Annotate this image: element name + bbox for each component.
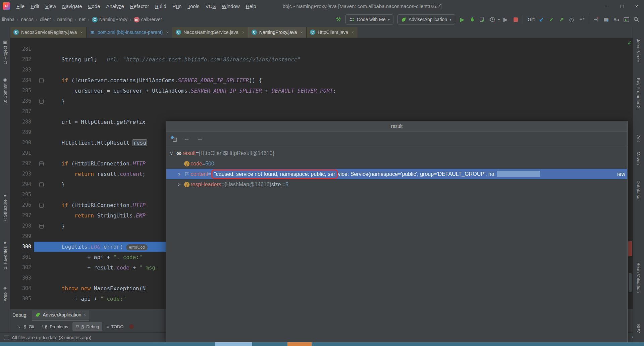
gutter-fold-column[interactable] [34,44,49,54]
menu-refactor[interactable]: Refactor [127,2,152,10]
toolwindow-tab-problems[interactable]: !6: Problems [39,322,71,331]
gutter-fold-column[interactable] [34,200,49,210]
gutter-fold-column[interactable] [34,179,49,190]
menu-help[interactable]: Help [243,2,259,10]
breadcrumb-item-nacos[interactable]: nacos [20,16,34,23]
sidebar-item-maven[interactable]: Maven [633,152,644,165]
code-with-me-dropdown[interactable]: Code with Me ▾ [345,14,393,24]
view-options-icon[interactable] [171,136,177,142]
breadcrumb-item-net[interactable]: net [78,16,86,23]
maximize-button[interactable]: □ [614,0,629,12]
line-number[interactable]: 302 [10,262,34,273]
line-number[interactable]: 291 [10,148,34,158]
gutter-fold-column[interactable] [34,221,49,231]
tab-pom-xml[interactable]: mpom.xml (bbj-insurance-parent)× [87,27,172,38]
line-number[interactable]: 303 [10,273,34,283]
line-number[interactable]: 296 [10,200,34,210]
line-number[interactable]: 282 [10,54,34,65]
tab-httpclient-java[interactable]: CHttpClient.java× [307,27,358,38]
breadcrumb-item-namingproxy[interactable]: CNamingProxy [91,16,128,23]
line-number[interactable]: 292 [10,158,34,169]
sidebar-item-bpv[interactable]: BPV [633,324,644,333]
run-with-coverage-button[interactable] [477,15,487,24]
run-button[interactable]: ▶ [457,15,467,24]
line-number[interactable]: 287 [10,106,34,117]
gutter-fold-column[interactable] [34,138,49,148]
line-number[interactable]: 301 [10,252,34,262]
fold-marker-icon[interactable] [39,224,44,229]
line-number[interactable]: 288 [10,117,34,127]
gutter-fold-column[interactable] [34,75,49,86]
gutter-fold-column[interactable] [34,231,49,242]
line-number[interactable]: 285 [10,86,34,96]
stop-button[interactable] [511,15,521,24]
sidebar-item-keypromoterx[interactable]: Key Promoter X [633,78,644,109]
line-number[interactable]: 300 [10,242,34,252]
gutter-fold-column[interactable] [34,294,49,304]
menu-navigate[interactable]: Navigate [59,2,85,10]
menu-code[interactable]: Code [85,2,103,10]
menu-file[interactable]: File [13,2,28,10]
changes-folder-button[interactable] [601,15,611,24]
attach-run-button[interactable]: ▶ [500,15,511,24]
breadcrumb-item-client[interactable]: client [39,16,52,23]
line-number[interactable]: 297 [10,210,34,221]
toolwindow-tab-git[interactable]: ⌥9: Git [14,322,37,331]
sidebar-item-structure[interactable]: ≡7: Structure [0,193,10,222]
gutter-fold-column[interactable] [34,262,49,273]
line-number[interactable]: 293 [10,169,34,179]
line-number[interactable]: 305 [10,294,34,304]
gutter-fold-column[interactable] [34,283,49,294]
close-icon[interactable]: × [242,30,245,35]
git-history-button[interactable]: ◷ [567,15,577,24]
gutter-fold-column[interactable] [34,96,49,106]
line-number[interactable]: 294 [10,179,34,190]
sidebar-item-database[interactable]: Database [633,181,644,199]
close-button[interactable]: × [629,0,644,12]
line-number[interactable]: 298 [10,221,34,231]
line-number[interactable]: 295 [10,190,34,200]
menu-view[interactable]: View [42,2,59,10]
code-line-284[interactable]: 284 if (!curServer.contains(UtilAndComs.… [10,75,627,86]
fold-marker-icon[interactable] [39,161,44,166]
variable-row-code[interactable]: fcode = 500 [166,158,627,169]
line-number[interactable]: 281 [10,44,34,54]
variable-row-content[interactable]: >content = "caused: service not found, n… [166,169,627,179]
breadcrumb-item-libaba[interactable]: libaba [1,16,15,23]
debug-button[interactable] [467,15,477,24]
git-commit-button[interactable]: ✓ [546,15,556,24]
close-icon[interactable]: × [166,30,169,35]
sidebar-item-web[interactable]: ⊕Web [0,286,10,301]
line-number[interactable]: 299 [10,231,34,242]
tab-nacosserviceregistry-java[interactable]: CNacosServiceRegistry.java× [10,27,87,38]
scrollbar-thumb[interactable] [629,273,632,292]
sidebar-item-project[interactable]: ▣1: Project [0,40,10,64]
line-number[interactable]: 286 [10,96,34,106]
menu-run[interactable]: Run [169,2,185,10]
minimize-button[interactable]: – [600,0,614,12]
sidebar-item-favorites[interactable]: ★2: Favorites [0,240,10,269]
attach-to-process-button[interactable] [591,15,601,24]
close-icon[interactable]: × [300,30,303,35]
git-update-button[interactable]: ↙ [536,15,546,24]
menu-tools[interactable]: Tools [184,2,202,10]
gutter-fold-column[interactable] [34,117,49,127]
fold-marker-icon[interactable] [39,203,44,208]
gutter-fold-column[interactable] [34,127,49,138]
run-config-dropdown[interactable]: AdviserApplication ▾ [397,14,455,24]
sidebar-item-jsonparser[interactable]: Json Parser [633,39,644,62]
menu-analyze[interactable]: Analyze [103,2,127,10]
menu-vcs[interactable]: VCS [202,2,219,10]
git-rollback-button[interactable]: ↶ [577,15,587,24]
gutter-fold-column[interactable] [34,210,49,221]
code-line-283[interactable]: 283 [10,65,627,75]
tree-chevron-icon[interactable]: > [178,171,183,177]
gutter-fold-column[interactable] [34,65,49,75]
gutter-fold-column[interactable] [34,252,49,262]
sidebar-item-commit[interactable]: ◉0: Commit [0,77,10,103]
line-number[interactable]: 290 [10,138,34,148]
line-number[interactable]: 283 [10,65,34,75]
menu-window[interactable]: Window [219,2,243,10]
tab-namingproxy-java[interactable]: CNamingProxy.java× [248,27,307,38]
gutter-fold-column[interactable] [34,54,49,65]
